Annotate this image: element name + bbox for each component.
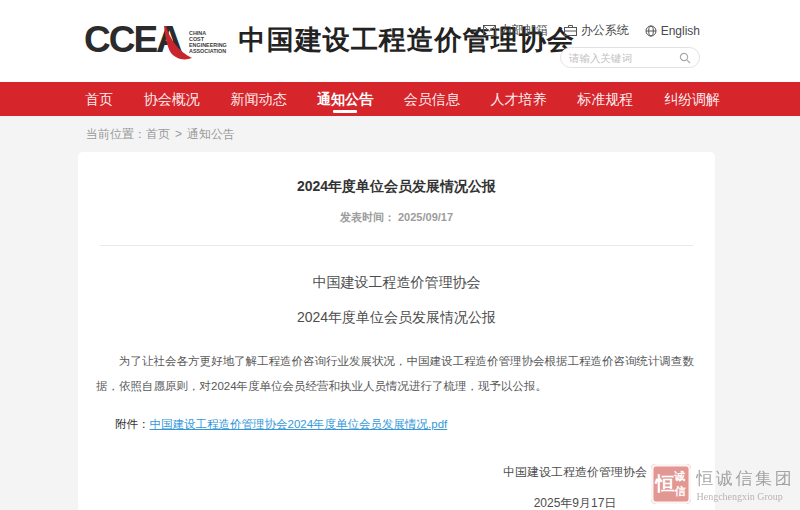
logo-subtext: CHINA COST ENGINEERING ASSOCIATION bbox=[189, 20, 233, 60]
nav-item-notices-label: 通知公告 bbox=[317, 91, 373, 107]
nav-item-about[interactable]: 协会概况 bbox=[144, 82, 200, 116]
site-header: CCEA CHINA COST ENGINEERING ASSOCIATION … bbox=[0, 0, 800, 82]
search-box bbox=[560, 47, 700, 68]
main-nav: 首页 协会概况 新闻动态 通知公告 会员信息 人才培养 标准规程 纠纷调解 bbox=[0, 82, 800, 116]
divider bbox=[100, 245, 693, 246]
seal-char-left: 恒 bbox=[656, 469, 675, 499]
seal-char-bottom-right: 信 bbox=[675, 485, 686, 498]
breadcrumb-current: 通知公告 bbox=[187, 127, 235, 141]
header-utility: 内部邮箱 办公系统 English bbox=[483, 22, 700, 68]
english-label: English bbox=[661, 24, 700, 38]
internal-mail-link[interactable]: 内部邮箱 bbox=[483, 22, 548, 39]
search-icon[interactable] bbox=[679, 52, 691, 64]
signature-block: 中国建设工程造价管理协会 2025年9月17日 bbox=[92, 464, 701, 510]
internal-mail-label: 内部邮箱 bbox=[500, 22, 548, 39]
nav-item-mediation[interactable]: 纠纷调解 bbox=[664, 82, 720, 116]
document-title-heading: 2024年度单位会员发展情况公报 bbox=[92, 309, 701, 327]
signature-date: 2025年9月17日 bbox=[503, 495, 647, 510]
logo-acronym-text: CCEA bbox=[84, 19, 181, 60]
search-input[interactable] bbox=[569, 52, 679, 64]
briefcase-icon bbox=[564, 25, 577, 36]
watermark-name-cn: 恒诚信集团 bbox=[697, 467, 795, 490]
office-system-label: 办公系统 bbox=[581, 22, 629, 39]
watermark-name-en: Hengchengxin Group bbox=[697, 491, 795, 502]
nav-item-training[interactable]: 人才培养 bbox=[491, 82, 547, 116]
document-paragraph: 为了让社会各方更好地了解工程造价咨询行业发展状况，中国建设工程造价管理协会根据工… bbox=[92, 349, 701, 399]
nav-item-members[interactable]: 会员信息 bbox=[404, 82, 460, 116]
attachment-row: 附件：中国建设工程造价管理协会2024年度单位会员发展情况.pdf bbox=[92, 417, 701, 432]
office-system-link[interactable]: 办公系统 bbox=[564, 22, 629, 39]
mail-icon bbox=[483, 25, 496, 36]
breadcrumb: 当前位置：首页>通知公告 bbox=[0, 116, 800, 152]
nav-item-news[interactable]: 新闻动态 bbox=[230, 82, 286, 116]
article-publish-date: 发表时间： 2025/09/17 bbox=[92, 210, 701, 225]
attachment-pdf-link[interactable]: 中国建设工程造价管理协会2024年度单位会员发展情况.pdf bbox=[150, 418, 448, 430]
logo-acronym: CCEA bbox=[84, 20, 185, 60]
seal-char-top-right: 诚 bbox=[675, 470, 686, 483]
logo-subtext-line: ASSOCIATION bbox=[189, 48, 215, 54]
breadcrumb-home-link[interactable]: 首页 bbox=[146, 127, 170, 141]
breadcrumb-prefix: 当前位置： bbox=[86, 127, 146, 141]
article-card: 2024年度单位会员发展情况公报 发表时间： 2025/09/17 中国建设工程… bbox=[78, 152, 715, 510]
article-title: 2024年度单位会员发展情况公报 bbox=[92, 152, 701, 196]
hengchengxin-seal-icon: 恒 诚 信 bbox=[651, 464, 691, 504]
signature-org: 中国建设工程造价管理协会 bbox=[503, 464, 647, 481]
breadcrumb-separator: > bbox=[175, 127, 182, 141]
document-org-heading: 中国建设工程造价管理协会 bbox=[92, 274, 701, 292]
globe-icon bbox=[645, 25, 657, 37]
nav-item-notices[interactable]: 通知公告 bbox=[317, 82, 373, 116]
english-link[interactable]: English bbox=[645, 24, 700, 38]
nav-item-standards[interactable]: 标准规程 bbox=[577, 82, 633, 116]
active-tab-indicator bbox=[333, 110, 357, 113]
nav-item-home[interactable]: 首页 bbox=[85, 82, 113, 116]
hengchengxin-watermark: 恒 诚 信 恒诚信集团 Hengchengxin Group bbox=[651, 464, 795, 504]
attachment-label: 附件： bbox=[115, 418, 150, 430]
